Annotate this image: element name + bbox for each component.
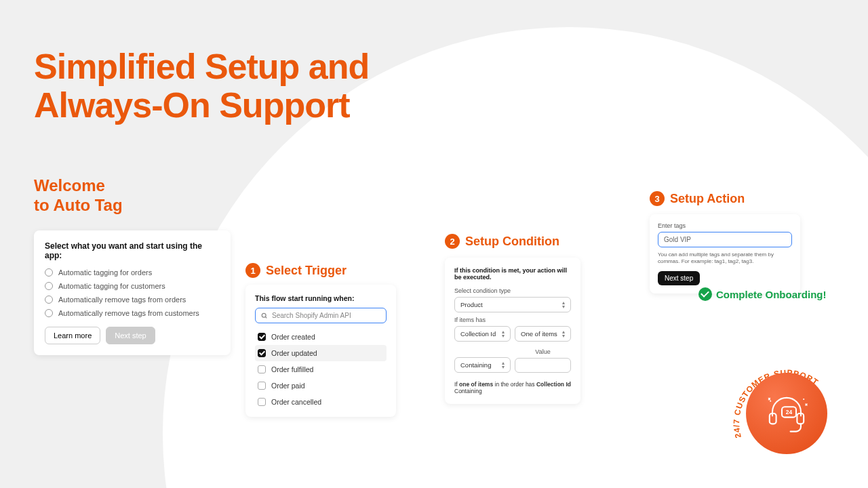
option-label: Automatic tagging for orders [58,268,152,277]
welcome-card-title: Select what you want and start using the… [45,241,220,260]
step2-title: Setup Condition [465,235,559,249]
option-customers-remove[interactable]: Automatically remove tags from customers [45,309,220,317]
welcome-line2: to Auto Tag [34,196,123,216]
option-orders-remove[interactable]: Automatically remove tags from orders [45,296,220,304]
complete-banner: Complete Onboarding! [698,287,827,301]
step2-badge: 2 [445,234,460,249]
step1-heading: 1 Select Trigger [245,263,347,278]
condition-type-select[interactable]: Product ▴▾ [454,297,571,312]
support-circle: 24 [746,373,827,454]
svg-point-0 [262,313,266,317]
radio-icon [45,268,53,277]
condition-card: If this condition is met, your action wi… [445,258,580,404]
condition-header: If this condition is met, your action wi… [454,267,571,281]
tags-label: Enter tags [658,222,792,229]
headline-line2: Always-On Support [34,86,369,125]
checkbox-icon [258,398,266,406]
welcome-card: Select what you want and start using the… [34,230,231,355]
option-label: Automatically remove tags from customers [58,309,199,317]
condition-type-label: Select condition type [454,287,571,294]
option-label: Order cancelled [271,398,321,406]
trigger-option-paid[interactable]: Order paid [255,378,387,394]
svg-line-1 [265,317,267,318]
select-value: One of items [521,330,557,338]
tags-input[interactable]: Gold VIP [658,232,792,247]
radio-icon [45,282,53,290]
step3-title: Setup Action [670,192,745,206]
checkbox-icon [258,333,266,341]
radio-icon [45,309,53,317]
svg-text:24: 24 [786,409,793,415]
step3-badge: 3 [650,191,665,206]
action-next-button[interactable]: Next step [658,271,700,285]
trigger-subhead: This flow start running when: [255,294,387,302]
value-label: Value [515,348,571,355]
headset-24-icon: 24 [763,390,810,437]
option-label: Order fulfilled [271,365,313,373]
next-step-button[interactable]: Next step [106,327,155,344]
select-arrows-icon: ▴▾ [502,330,505,338]
page-headline: Simplified Setup and Always-On Support [34,47,369,125]
checkbox-icon [258,349,266,357]
step3-heading: 3 Setup Action [650,191,745,206]
headline-line1: Simplified Setup and [34,47,369,86]
field-select[interactable]: Collection Id ▴▾ [454,326,511,342]
option-label: Order updated [271,349,317,357]
checkbox-icon [258,382,266,390]
svg-point-7 [770,401,771,402]
operator-select[interactable]: Containing ▴▾ [454,357,511,373]
mode-select[interactable]: One of items ▴▾ [515,326,571,342]
select-arrows-icon: ▴▾ [502,361,505,369]
step1-title: Select Trigger [266,264,347,278]
trigger-option-created[interactable]: Order created [255,329,387,345]
select-arrows-icon: ▴▾ [562,330,565,338]
trigger-search-input[interactable]: Search Shopify Admin API [255,308,387,323]
option-label: Automatic tagging for customers [58,282,165,290]
trigger-option-updated[interactable]: Order updated [255,345,387,361]
option-label: Automatically remove tags from orders [58,296,186,304]
trigger-option-fulfilled[interactable]: Order fulfilled [255,361,387,378]
learn-more-button[interactable]: Learn more [45,327,100,344]
select-value: Product [460,301,483,308]
select-value: Containing [460,361,491,369]
step2-heading: 2 Setup Condition [445,234,559,249]
select-arrows-icon: ▴▾ [562,301,565,308]
condition-summary: If one of items in the order has Collect… [454,381,571,394]
radio-icon [45,296,53,304]
option-label: Order paid [271,382,305,390]
check-icon [698,287,712,301]
action-card: Enter tags Gold VIP You can add multiple… [650,214,800,293]
complete-label: Complete Onboarding! [716,289,827,300]
trigger-card: This flow start running when: Search Sho… [245,285,396,417]
search-placeholder: Search Shopify Admin API [272,312,351,319]
support-badge: 24/7 CUSTOMER SUPPORT 24 [732,359,841,468]
value-input[interactable] [515,358,571,373]
welcome-line1: Welcome [34,176,123,196]
search-icon [261,312,268,319]
select-value: Collection Id [460,330,496,338]
option-customers-tag[interactable]: Automatic tagging for customers [45,282,220,290]
svg-point-8 [803,399,804,400]
step1-badge: 1 [245,263,260,278]
welcome-heading: Welcome to Auto Tag [34,176,123,216]
tags-hint: You can add multiple tags and separate t… [658,251,792,266]
option-orders-tag[interactable]: Automatic tagging for orders [45,268,220,277]
option-label: Order created [271,333,315,341]
items-label: If items has [454,317,571,323]
trigger-option-cancelled[interactable]: Order cancelled [255,394,387,410]
checkbox-icon [258,365,266,373]
